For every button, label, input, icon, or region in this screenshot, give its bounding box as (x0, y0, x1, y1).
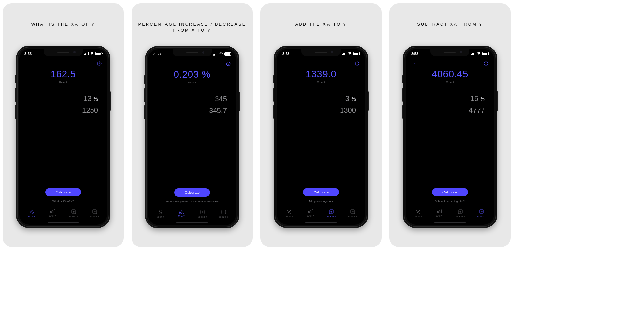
input-base[interactable]: 1300 (340, 106, 356, 115)
svg-point-42 (412, 61, 415, 64)
info-icon[interactable] (483, 61, 489, 66)
screenshot-card: SUBTRACT X% FROM Y 3:53 (389, 3, 511, 247)
calculate-button[interactable]: Calculate (45, 188, 81, 196)
tab-label: % of Y (415, 215, 422, 218)
wifi-icon (90, 52, 94, 55)
loading-spinner-icon (411, 61, 416, 65)
svg-point-47 (419, 212, 420, 213)
tab-label: % add Y (69, 215, 78, 218)
svg-point-17 (159, 210, 160, 212)
tab-label: % of Y (28, 215, 35, 218)
cell-signal-icon (84, 52, 89, 55)
tab-bar: % of Y X to Y % add Y % sub Y (19, 207, 107, 225)
tab-percent-add-y[interactable]: % add Y (63, 209, 84, 218)
svg-rect-7 (52, 210, 53, 213)
result-value: 162.5 (50, 68, 76, 79)
info-icon[interactable] (355, 61, 360, 66)
tab-percent-add-y[interactable]: % add Y (192, 209, 213, 218)
tab-x-to-y[interactable]: X to Y (42, 209, 63, 217)
status-time: 3:53 (411, 52, 418, 56)
svg-rect-20 (179, 212, 180, 213)
tab-bar: % of Y X to Y % add Y % sub Y (406, 207, 494, 225)
calculate-button[interactable]: Calculate (303, 188, 339, 196)
status-time: 3:53 (24, 52, 32, 56)
hint-text: Add percentage to Y (277, 200, 365, 203)
hint-text: What is the percent of increase or decre… (148, 200, 236, 203)
tab-percent-sub-y[interactable]: % sub Y (84, 209, 105, 218)
tab-percent-sub-y[interactable]: % sub Y (471, 209, 492, 218)
tab-label: % add Y (327, 215, 336, 218)
info-icon[interactable] (226, 61, 231, 66)
svg-point-18 (161, 212, 162, 214)
input-percent[interactable]: 15 % (470, 94, 485, 103)
hint-text: Subtract percentage to Y (406, 200, 494, 203)
card-title: PERCENTAGE INCREASE / DECREASE FROM X TO… (138, 21, 246, 33)
phone-notch (430, 49, 469, 56)
result-label: Result (446, 81, 454, 84)
input-to[interactable]: 345.7 (209, 107, 227, 115)
battery-icon (224, 52, 231, 56)
input-percent[interactable]: 3 % (345, 94, 356, 103)
card-title: SUBTRACT X% FROM Y (417, 21, 483, 33)
status-time: 3:53 (282, 52, 289, 56)
status-indicators (84, 52, 102, 55)
input-percent[interactable]: 13 % (84, 94, 98, 103)
tab-label: % sub Y (90, 215, 99, 218)
result-label: Result (317, 81, 325, 84)
screenshot-card: PERCENTAGE INCREASE / DECREASE FROM X TO… (132, 3, 253, 247)
tab-percent-sub-y[interactable]: % sub Y (213, 209, 234, 218)
tab-percent-sub-y[interactable]: % sub Y (342, 209, 363, 218)
cell-signal-icon (471, 52, 475, 55)
percent-unit: % (480, 96, 485, 103)
svg-point-46 (417, 210, 418, 211)
input-base[interactable]: 1250 (82, 106, 98, 115)
battery-icon (95, 52, 102, 55)
battery-icon (482, 52, 489, 55)
calculate-button[interactable]: Calculate (174, 188, 210, 197)
status-time: 3:53 (153, 52, 161, 56)
svg-point-15 (228, 63, 229, 64)
svg-line-5 (30, 210, 33, 213)
tab-percent-add-y[interactable]: % add Y (450, 209, 471, 218)
screenshot-card: ADD THE X% TO Y 3:53 1339.0 Result (260, 3, 382, 247)
tab-percent-of-y[interactable]: % of Y (279, 209, 300, 218)
tab-percent-of-y[interactable]: % of Y (21, 209, 42, 218)
svg-rect-50 (439, 210, 440, 213)
svg-rect-2 (99, 63, 99, 64)
percent-unit: % (351, 96, 356, 103)
phone-frame: 3:53 1339.0 Result 3 (274, 46, 368, 228)
tab-label: % sub Y (348, 215, 357, 218)
result-label: Result (59, 81, 67, 84)
tab-x-to-y[interactable]: X to Y (429, 209, 450, 217)
input-base-value: 4777 (469, 106, 485, 115)
svg-point-29 (357, 63, 357, 63)
input-percent-value: 15 (470, 94, 478, 103)
svg-point-44 (486, 63, 486, 63)
tab-percent-add-y[interactable]: % add Y (321, 209, 342, 218)
hint-text: What is X% of Y? (19, 200, 107, 203)
calculate-button[interactable]: Calculate (432, 188, 468, 196)
phone-notch (44, 49, 83, 56)
tab-percent-of-y[interactable]: % of Y (150, 209, 171, 218)
svg-rect-35 (310, 210, 311, 213)
svg-rect-30 (357, 63, 357, 64)
input-base[interactable]: 4777 (469, 106, 485, 115)
phone-screen: 3:53 4060.45 Result (406, 49, 494, 225)
input-from[interactable]: 345 (215, 95, 227, 103)
wifi-icon (219, 52, 223, 56)
tab-x-to-y[interactable]: X to Y (171, 209, 192, 217)
svg-point-32 (290, 212, 291, 213)
input-base-value: 1300 (340, 106, 356, 115)
info-icon[interactable] (97, 61, 102, 66)
tab-label: % add Y (456, 215, 465, 218)
tab-x-to-y[interactable]: X to Y (300, 209, 321, 217)
phone-screen: 3:53 1339.0 Result 3 (277, 49, 365, 225)
home-indicator (48, 222, 79, 223)
phone-notch (173, 49, 212, 56)
phone-frame: 3:53 0.203 % Result 345 (145, 46, 239, 228)
status-indicators (342, 52, 360, 55)
svg-line-33 (288, 210, 291, 213)
tab-label: % add Y (198, 216, 207, 218)
result-value: 1339.0 (306, 68, 337, 79)
tab-percent-of-y[interactable]: % of Y (408, 209, 429, 218)
